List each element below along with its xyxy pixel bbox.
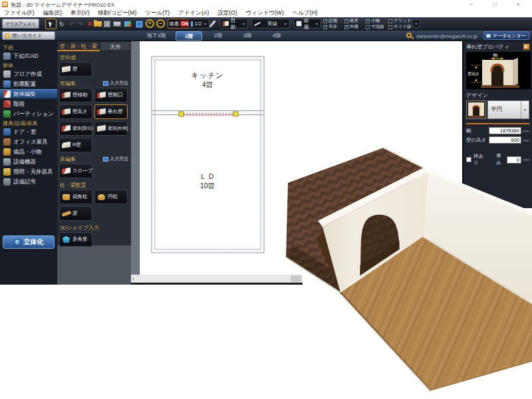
select-tool-button[interactable] [45,19,57,29]
menu-edit[interactable]: 編集(E) [43,9,62,17]
tab-floor-b1[interactable]: 地下1階 [140,31,173,41]
tool-wall-height[interactable]: 壁高さ [59,104,92,119]
mouse-assist-button[interactable]: マウスアシスト [2,19,39,29]
menu-view[interactable]: 表示(V) [70,9,89,17]
print-icon[interactable] [113,21,121,27]
menu-window[interactable]: ウィンドウ(W) [246,9,284,17]
sidebar-item-room-layout[interactable]: 部屋配置 [0,79,57,89]
rotate-view-icon[interactable]: ↻ [57,19,66,29]
tool-round-pillar[interactable]: 円柱 [94,190,128,204]
properties-title: 垂れ壁プロパティ [466,43,509,51]
window-title: 無題 - 3D マイホームデザイナーPRO10 EX [11,1,114,9]
sidebar-item-equipment-symbols[interactable]: 設備記号 [0,177,57,187]
menu-help[interactable]: ヘルプ(H) [293,9,318,17]
close-button[interactable]: × [511,1,525,8]
checkbox-icon: ✓ [366,19,370,23]
tab-wall-floor-pillar-beam[interactable]: 壁・床・柱・梁 [57,41,100,51]
input-method-link-wall[interactable]: 入力方法 [103,80,128,86]
account-email[interactable]: datacenter@megasoft.co.jp [416,33,477,39]
scale-dropdown[interactable]: 1/2 ▼ [188,19,209,29]
render-mode-value: 線画 [304,17,313,31]
render-mode-dropdown[interactable]: 線画 ▼ [293,19,321,29]
make-3d-button[interactable]: 立体化 [3,235,55,249]
line-style-dropdown[interactable]: 実線 ▼ [251,19,290,29]
menu-file[interactable]: ファイル(F) [4,9,35,17]
checkbox-icon: ✓ [323,25,327,29]
group-title-3d-shape: 3Dシェイプ入力 [60,224,99,231]
wall-height-icon [61,108,71,116]
tool-hanging-wall[interactable]: 垂れ壁 [94,104,128,119]
tool-wall[interactable]: 壁 [59,62,92,76]
zoom-out-icon[interactable]: − [156,19,165,28]
usage-guide-button[interactable]: ? 使い方ガイド [2,31,55,40]
maximize-button[interactable]: □ [487,1,502,8]
tool-wall-thickness-outer[interactable]: 壁厚(外周) [94,121,128,136]
tool-beam[interactable]: 梁 [59,206,92,221]
open-folder-icon[interactable] [94,21,102,27]
scroll-left-arrow[interactable]: ‹ [132,275,134,283]
lamp-icon [3,148,11,156]
auto-value: 自動 [231,17,240,31]
menu-tools[interactable]: ツール(T) [145,9,170,17]
width-input[interactable]: 1878364 [489,127,521,134]
minimize-button[interactable]: − [464,1,479,8]
menu-addin[interactable]: アドイン(A) [178,9,209,17]
tool-wall-opening[interactable]: 壁開口 [94,88,128,102]
wall-auto-dropdown[interactable]: 自動 ▼ [220,19,248,29]
design-dropdown[interactable]: 半円 ▼ [487,100,529,119]
selection-handle-left [179,112,184,116]
check-grid[interactable]: グリッド [388,18,411,24]
datacenter-button[interactable]: データセンター [483,31,529,40]
line-style-icon [254,21,261,25]
sidebar-item-equipment[interactable]: 設備機器 [0,157,57,167]
sidebar-item-office-furniture[interactable]: オフィス家具 [0,137,57,147]
tool-wall-thickness-partial[interactable]: 壁厚(部分) [59,121,92,136]
delete-icon[interactable]: × [85,19,94,29]
input-method-link-floor[interactable]: 入力方法 [103,156,128,162]
copy-icon[interactable] [104,21,110,27]
sidebar-item-structure-edit[interactable]: 躯体編集 [0,89,57,99]
check-guide-lines[interactable]: ガイド線 [388,24,411,30]
tab-floor-2[interactable]: 2階 [205,31,231,41]
sidebar-item-lighting[interactable]: 照明・天井器具 [0,167,57,177]
checkbox-icon [366,25,370,29]
tool-square-pillar[interactable]: 四角柱 [59,190,92,204]
check-small-items[interactable]: ✓小物 [366,18,388,24]
check-ceiling[interactable]: ✓天井 [323,24,344,30]
sidebar-item-partition[interactable]: パーティション [0,109,57,119]
chevron-down-icon: ▼ [315,22,319,26]
menu-move-copy[interactable]: 移動/コピー(M) [98,9,136,17]
more-options-button[interactable]: » [412,19,420,28]
tab-floor-4[interactable]: 4階 [263,31,290,41]
sidebar-item-stairs[interactable]: 階段 [0,99,57,109]
tool-r-wall[interactable]: R壁 [59,138,92,152]
image-export-icon[interactable] [124,21,132,27]
tab-floor-3[interactable]: 3階 [234,31,261,41]
hanging-wall-icon [96,108,106,116]
tool-wall-move[interactable]: 壁移動 [59,88,92,102]
tab-ceiling[interactable]: 天井 [100,41,131,51]
hanging-wall-selection[interactable] [179,112,238,116]
design-thumbnail[interactable] [466,100,486,119]
check-dimension-lines[interactable]: 寸法線 [366,24,388,30]
wall-thickness-icon [61,124,71,132]
zoom-in-icon[interactable]: + [146,19,154,28]
sidebar-item-doors-windows[interactable]: ドア・窓 [0,127,57,137]
redo-icon[interactable]: ↷ [75,19,84,29]
wall-move-icon [61,91,71,99]
tab-floor-1[interactable]: 1階 [176,31,202,41]
fit-view-icon[interactable] [136,21,143,28]
3d-preview-view[interactable] [273,140,532,399]
sidebar-item-sketch-cad[interactable]: 下絵/CAD [0,51,57,61]
pen-tool-icon[interactable] [209,20,215,27]
tool-slope[interactable]: スロープ [59,164,92,178]
width-field-label: 幅 [466,128,489,134]
menu-settings[interactable]: 設定(O) [217,9,237,17]
sidebar-item-accessories[interactable]: 備品・小物 [0,147,57,157]
tool-polygon[interactable]: 多角形 [59,232,92,247]
checkbox-icon: ✓ [344,25,348,29]
check-exterior[interactable]: ✓外構 [344,24,366,30]
panel-popout-icon[interactable]: ▶ [523,44,529,50]
search-icon[interactable] [406,33,412,38]
sidebar-item-floor-create[interactable]: フロア作成 [0,69,57,79]
